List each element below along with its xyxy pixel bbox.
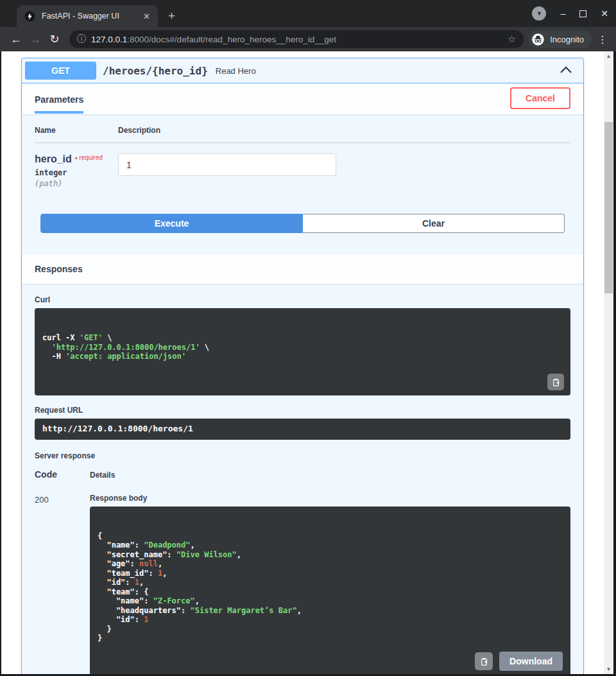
request-url-block: http://127.0.0.1:8000/heroes/1 [35, 419, 570, 440]
request-url-label: Request URL [35, 406, 570, 415]
scroll-down-icon[interactable]: ▼ [604, 664, 613, 674]
forward-icon[interactable]: → [26, 33, 45, 46]
page-scrollbar[interactable]: ▲ ▼ [604, 51, 613, 674]
bookmark-star-icon[interactable]: ☆ [508, 33, 516, 45]
responses-title: Responses [35, 264, 570, 274]
url-bar[interactable]: ⓘ 127.0.0.1:8000/docs#/default/read_hero… [69, 30, 524, 48]
favicon-fastapi-icon [24, 11, 35, 22]
incognito-label: Incognito [550, 35, 584, 44]
column-header-name: Name [35, 126, 118, 135]
minimize-button[interactable]: – [560, 8, 565, 19]
tab-strip: FastAPI - Swagger UI ✕ + ▼ – ✕ [0, 0, 616, 27]
endpoint-path: /heroes/{hero_id} [103, 65, 208, 77]
cancel-button[interactable]: Cancel [510, 87, 570, 109]
param-name: hero_id [35, 153, 72, 164]
required-label: required [79, 154, 103, 161]
browser-tab[interactable]: FastAPI - Swagger UI ✕ [17, 5, 158, 27]
reload-icon[interactable]: ↻ [45, 32, 64, 46]
scroll-up-icon[interactable]: ▲ [604, 51, 613, 61]
execute-wrapper: Execute Clear [22, 202, 583, 254]
response-body-block: { "name": "Deadpond", "secret_name": "Di… [90, 507, 570, 675]
curl-command-block: curl -X 'GET' \ 'http://127.0.0.1:8000/h… [35, 308, 570, 395]
parameters-header: Parameters Cancel [22, 83, 583, 114]
browser-chrome: FastAPI - Swagger UI ✕ + ▼ – ✕ ← → ↻ ⓘ 1… [0, 0, 616, 51]
collapse-chevron-icon[interactable] [560, 65, 572, 76]
parameter-row-hero-id: hero_id *required integer (path) [35, 143, 570, 202]
opblock-get-read-hero: GET /heroes/{hero_id} Read Hero Paramete… [21, 58, 584, 674]
window-close-button[interactable]: ✕ [601, 8, 608, 19]
execute-button[interactable]: Execute [40, 214, 303, 233]
server-response-label: Server response [35, 451, 570, 460]
responses-header: Responses [22, 254, 583, 284]
back-icon[interactable]: ← [6, 33, 26, 46]
required-star: * [74, 155, 78, 164]
hero-id-input[interactable] [118, 153, 336, 176]
column-header-details: Details [90, 469, 115, 480]
page-info-icon[interactable]: ⓘ [77, 33, 86, 45]
incognito-badge: Incognito [529, 30, 592, 48]
incognito-icon [531, 33, 545, 46]
server-response-row: 200 Response body { "name": "Deadpond", … [35, 494, 570, 675]
maximize-button[interactable] [579, 10, 586, 17]
url-path: :8000/docs#/default/read_hero_heroes__he… [127, 35, 336, 44]
http-method-badge: GET [25, 62, 96, 80]
endpoint-summary-row[interactable]: GET /heroes/{hero_id} Read Hero [22, 58, 583, 83]
clear-button[interactable]: Clear [303, 214, 565, 233]
tab-title: FastAPI - Swagger UI [42, 12, 142, 21]
url-host: 127.0.0.1 [91, 35, 127, 44]
parameters-table: Name Description hero_id *required integ… [22, 114, 583, 202]
copy-curl-button[interactable] [547, 374, 564, 390]
browser-menu-icon[interactable]: ⋮ [595, 33, 610, 46]
swagger-page: GET /heroes/{hero_id} Read Hero Paramete… [1, 51, 604, 674]
endpoint-summary: Read Hero [216, 66, 256, 76]
param-type: integer [35, 168, 118, 177]
tab-parameters[interactable]: Parameters [35, 84, 83, 114]
browser-update-icon[interactable]: ▼ [532, 6, 546, 21]
curl-label: Curl [35, 295, 570, 304]
browser-toolbar: ← → ↻ ⓘ 127.0.0.1:8000/docs#/default/rea… [0, 27, 616, 51]
scrollbar-thumb[interactable] [604, 122, 613, 293]
download-button[interactable]: Download [499, 652, 563, 671]
response-body-label: Response body [90, 494, 570, 503]
window-frame-edge [613, 51, 616, 674]
copy-response-button[interactable] [475, 652, 493, 670]
responses-body: Curl curl -X 'GET' \ 'http://127.0.0.1:8… [22, 284, 583, 674]
column-header-code: Code [35, 469, 90, 480]
new-tab-icon[interactable]: + [168, 10, 175, 22]
param-location: (path) [35, 179, 118, 188]
status-code: 200 [35, 494, 90, 675]
column-header-description: Description [118, 126, 160, 135]
tab-close-icon[interactable]: ✕ [142, 12, 151, 21]
